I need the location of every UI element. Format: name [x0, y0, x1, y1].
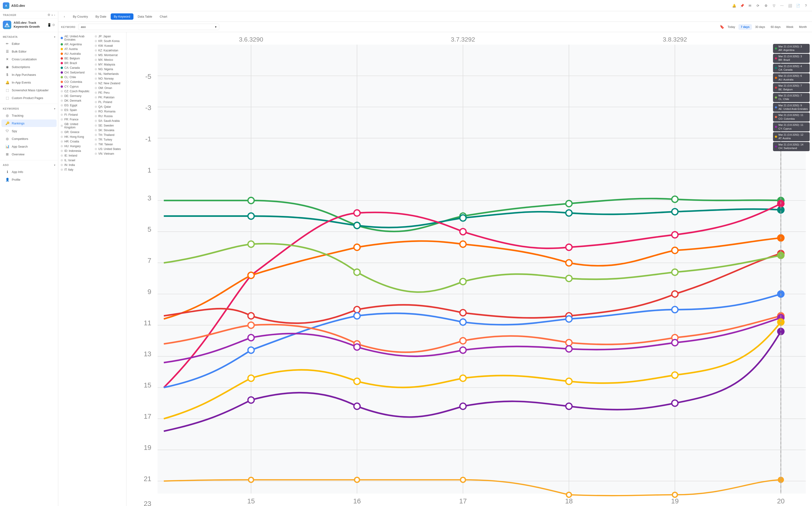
- legend-item-pl[interactable]: PL: Poland: [92, 100, 126, 104]
- legend-item-cl[interactable]: CL: Chile: [58, 75, 92, 80]
- legend-item-de[interactable]: DE: Germany: [58, 94, 92, 98]
- legend-item-kr[interactable]: KR: South Korea: [92, 39, 126, 44]
- legend-item-tr[interactable]: TR: Turkey: [92, 137, 126, 142]
- legend-item-in[interactable]: IN: India: [58, 163, 92, 167]
- dots-icon[interactable]: ⋯: [779, 2, 785, 9]
- legend-item-il[interactable]: IL: Israel: [58, 158, 92, 163]
- sidebar-item-tracking[interactable]: ◎ Tracking: [1, 112, 57, 119]
- tab-chart[interactable]: Chart: [156, 13, 171, 20]
- legend-item-gb[interactable]: GB: United Kingdom: [58, 122, 92, 130]
- legend-item-nz[interactable]: NZ: New Zealand: [92, 81, 126, 86]
- legend-item-ca[interactable]: CA: Canada: [58, 66, 92, 70]
- legend-item-jp[interactable]: JP: Japan: [92, 34, 126, 39]
- tab-by-date[interactable]: By Date: [92, 13, 110, 20]
- time-btn-week[interactable]: Week: [784, 24, 796, 30]
- pin-icon[interactable]: 📌: [739, 2, 745, 9]
- legend-item-se[interactable]: SE: Sweden: [92, 123, 126, 128]
- legend-item-tw[interactable]: TW: Taiwan: [92, 142, 126, 147]
- settings-icon[interactable]: ⚙: [763, 2, 769, 9]
- legend-item-dk[interactable]: DK: Denmark: [58, 98, 92, 103]
- legend-item-qa[interactable]: QA: Qatar: [92, 104, 126, 109]
- legend-item-om[interactable]: OM: Oman: [92, 86, 126, 90]
- legend-item-ms[interactable]: MS: Montserrat: [92, 53, 126, 58]
- legend-item-ae[interactable]: AE: United Arab Emirates: [58, 34, 92, 42]
- mobile-icon[interactable]: 📱: [47, 23, 51, 27]
- legend-item-kz[interactable]: KZ: Kazakhstan: [92, 48, 126, 53]
- legend-item-hk[interactable]: HK: Hong Kong: [58, 135, 92, 139]
- time-btn-60days[interactable]: 60 days: [768, 24, 783, 30]
- tracker-settings-icon[interactable]: ⚙: [48, 13, 51, 17]
- legend-item-hr[interactable]: HR: Croatia: [58, 139, 92, 144]
- metadata-header[interactable]: METADATA ▾: [0, 34, 58, 40]
- sidebar-item-app-search[interactable]: 📊 App Search: [1, 143, 57, 150]
- legend-item-no[interactable]: NO: Norway: [92, 76, 126, 81]
- sidebar-item-editor[interactable]: ✏ Editor: [1, 40, 57, 48]
- window-icon[interactable]: ⬜: [787, 2, 793, 9]
- sidebar-item-screenshot-mass-uploader[interactable]: ⬚ Screenshot Mass Uploader: [1, 86, 57, 94]
- sidebar-item-custom-product-pages[interactable]: ⬚ Custom Product Pages: [1, 94, 57, 102]
- tracker-add-icon[interactable]: ›: [54, 13, 55, 17]
- legend-item-sa[interactable]: SA: Saudi Arabia: [92, 118, 126, 123]
- sidebar-item-app-info[interactable]: ℹ App Info: [1, 168, 57, 176]
- legend-item-fi[interactable]: FI: Finland: [58, 112, 92, 117]
- legend-item-my[interactable]: MY: Malaysia: [92, 62, 126, 67]
- legend-item-it[interactable]: IT: Italy: [58, 167, 92, 172]
- legend-item-pk[interactable]: PK: Pakistan: [92, 95, 126, 100]
- sidebar-item-spy[interactable]: 🛡 Spy: [1, 127, 57, 135]
- legend-item-co[interactable]: CO: Colombia: [58, 80, 92, 84]
- legend-item-id[interactable]: ID: Indonesia: [58, 149, 92, 153]
- legend-item-ch[interactable]: CH: Switzerland: [58, 70, 92, 75]
- time-btn-today[interactable]: Today: [725, 24, 738, 30]
- sidebar-app-item[interactable]: ASO.dev: Track Keywords Growth 📱 ⚙: [0, 19, 58, 31]
- legend-item-br[interactable]: BR: Brazil: [58, 61, 92, 66]
- time-btn-30days[interactable]: 30 days: [753, 24, 767, 30]
- legend-item-vn[interactable]: VN: Vietnam: [92, 151, 126, 156]
- sidebar-item-cross-localization[interactable]: ✕ Cross Localization: [1, 56, 57, 63]
- legend-item-ie[interactable]: IE: Ireland: [58, 153, 92, 158]
- tab-by-country[interactable]: By Country: [70, 13, 91, 20]
- tab-by-keyword[interactable]: By Keyword: [111, 13, 133, 20]
- legend-item-hu[interactable]: HU: Hungary: [58, 144, 92, 149]
- legend-item-sk[interactable]: SK: Slovakia: [92, 128, 126, 133]
- aso-header[interactable]: ASO ▾: [0, 162, 58, 168]
- nav-back-button[interactable]: ‹: [61, 13, 68, 20]
- bookmark-icon[interactable]: 🔖: [720, 25, 724, 29]
- refresh-icon[interactable]: ⟳: [755, 2, 761, 9]
- legend-item-be[interactable]: BE: Belgium: [58, 56, 92, 61]
- legend-item-nl[interactable]: NL: Netherlands: [92, 72, 126, 76]
- time-btn-month[interactable]: Month: [797, 24, 809, 30]
- legend-item-mx[interactable]: MX: Mexico: [92, 58, 126, 62]
- legend-item-ro[interactable]: RO: Romania: [92, 109, 126, 114]
- legend-item-au[interactable]: AU: Australia: [58, 52, 92, 56]
- notifications-icon[interactable]: 🔔: [731, 2, 737, 9]
- legend-item-ng[interactable]: NG: Nigeria: [92, 67, 126, 72]
- link-icon[interactable]: ⚙: [52, 23, 55, 27]
- legend-item-gr[interactable]: GR: Greece: [58, 130, 92, 135]
- legend-item-at[interactable]: AT: Austria: [58, 47, 92, 52]
- time-btn-7days[interactable]: 7 days: [738, 24, 752, 30]
- legend-item-us[interactable]: US: United States: [92, 147, 126, 151]
- sidebar-item-subscriptions[interactable]: ◉ Subscriptions: [1, 63, 57, 71]
- sidebar-item-rankings[interactable]: 🔑 Rankings: [1, 119, 57, 127]
- legend-item-kw[interactable]: KW: Kuwait: [92, 44, 126, 48]
- help-icon[interactable]: ?: [803, 2, 809, 9]
- tab-data-table[interactable]: Data Table: [134, 13, 155, 20]
- keywords-header[interactable]: KEYWORDS ▾: [0, 106, 58, 111]
- sidebar-item-competitors[interactable]: ◎ Competitors: [1, 135, 57, 143]
- legend-item-cy[interactable]: CY: Cyprus: [58, 84, 92, 89]
- sidebar-item-profile[interactable]: 👤 Profile: [1, 176, 57, 183]
- sidebar-item-bulk-editor[interactable]: ☰ Bulk Editor: [1, 48, 57, 55]
- legend-item-eg[interactable]: EG: Egypt: [58, 103, 92, 108]
- mail-icon[interactable]: ✉: [747, 2, 753, 9]
- filter-icon[interactable]: ▽: [771, 2, 777, 9]
- legend-item-th[interactable]: TH: Thailand: [92, 133, 126, 137]
- keyword-select[interactable]: aso ▾: [78, 24, 219, 30]
- doc-icon[interactable]: 📄: [795, 2, 801, 9]
- sidebar-item-in-app-purchases[interactable]: $ In-App Purchases: [1, 71, 57, 78]
- legend-item-ru[interactable]: RU: Russia: [92, 114, 126, 118]
- legend-item-ar[interactable]: AR: Argentina: [58, 42, 92, 47]
- sidebar-item-overview[interactable]: ⊞ Overview: [1, 151, 57, 158]
- legend-item-pe[interactable]: PE: Peru: [92, 90, 126, 95]
- tracker-expand-icon[interactable]: »: [51, 13, 53, 17]
- legend-item-fr[interactable]: FR: France: [58, 117, 92, 122]
